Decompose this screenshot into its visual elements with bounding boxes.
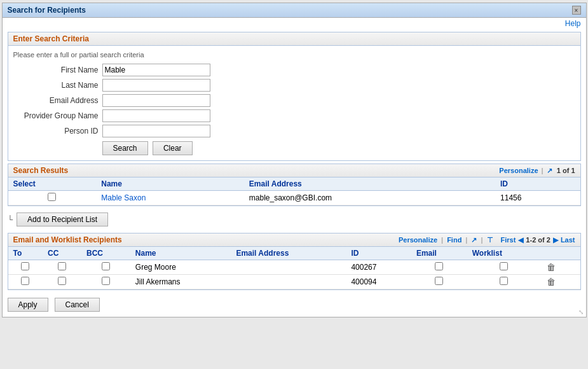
- recipients-first-link[interactable]: First: [501, 236, 516, 244]
- col-to: To: [8, 247, 43, 260]
- next-icon[interactable]: ▶: [553, 236, 558, 244]
- col-name: Name: [130, 247, 231, 260]
- last-name-input[interactable]: [102, 79, 210, 92]
- email-checkbox-1[interactable]: [435, 262, 443, 270]
- provider-group-input[interactable]: [102, 109, 210, 122]
- email-row: Email Address: [13, 94, 575, 107]
- main-window: Search for Recipients × Help Enter Searc…: [2, 3, 587, 317]
- email-check-cell-1: [411, 260, 467, 275]
- recipients-find-link[interactable]: Find: [447, 236, 462, 244]
- clear-button[interactable]: Clear: [153, 141, 193, 155]
- row-select-cell: [8, 191, 97, 205]
- bcc-checkbox-2[interactable]: [102, 277, 110, 285]
- search-criteria-section: Enter Search Criteria Please enter a ful…: [8, 32, 581, 161]
- delete-cell-1: 🗑: [540, 260, 580, 275]
- window-title: Search for Recipients: [8, 6, 86, 15]
- bcc-checkbox-1[interactable]: [102, 262, 110, 270]
- search-results-table: Select Name Email Address ID Mable Saxon…: [8, 178, 580, 205]
- col-delete: [540, 247, 580, 260]
- recipients-table: To CC BCC Name Email Address ID Email Wo…: [8, 247, 580, 289]
- search-criteria-content: Please enter a full or partial search cr…: [8, 46, 580, 160]
- table-row: Jill Akermans 400094 🗑: [8, 275, 580, 289]
- indent-arrow: └: [8, 215, 13, 224]
- recipients-grid-icon[interactable]: ⊤: [487, 236, 493, 244]
- col-name: Name: [96, 178, 244, 191]
- email-cell-1: [231, 260, 346, 275]
- col-cc: CC: [43, 247, 81, 260]
- col-email-address: Email Address: [231, 247, 346, 260]
- cancel-button[interactable]: Cancel: [55, 298, 100, 312]
- recipients-section: Email and Worklist Recipients Personaliz…: [8, 233, 581, 290]
- to-cell-2: [8, 275, 43, 289]
- results-header-row: Select Name Email Address ID: [8, 178, 580, 191]
- recipients-nav: Personalize | Find | ↗ | ⊤ First ◀ 1-2 o…: [399, 236, 575, 244]
- bcc-cell-2: [81, 275, 130, 289]
- worklist-cell-2: [467, 275, 540, 289]
- col-id: ID: [495, 178, 580, 191]
- last-name-label: Last Name: [13, 81, 102, 90]
- recipients-header: Email and Worklist Recipients Personaliz…: [8, 233, 580, 247]
- prev-icon[interactable]: ◀: [518, 236, 523, 244]
- person-id-input[interactable]: [102, 125, 210, 137]
- name-cell-2: Jill Akermans: [130, 275, 231, 289]
- to-checkbox-1[interactable]: [21, 262, 29, 270]
- col-email: Email Address: [244, 178, 495, 191]
- close-button[interactable]: ×: [572, 6, 581, 15]
- row-select-checkbox[interactable]: [48, 193, 56, 201]
- row-name-cell: Mable Saxon: [96, 191, 244, 205]
- email-input[interactable]: [102, 94, 210, 107]
- provider-group-label: Provider Group Name: [13, 111, 102, 120]
- to-checkbox-2[interactable]: [21, 277, 29, 285]
- recipients-personalize-link[interactable]: Personalize: [399, 236, 437, 244]
- search-results-nav: Personalize | ↗ 1 of 1: [499, 167, 575, 175]
- search-results-header: Search Results Personalize | ↗ 1 of 1: [8, 164, 580, 178]
- recipients-last-link[interactable]: Last: [561, 236, 575, 244]
- cc-cell-1: [43, 260, 81, 275]
- id-cell-1: 400267: [346, 260, 411, 275]
- personalize-link[interactable]: Personalize: [499, 167, 538, 174]
- col-email: Email: [411, 247, 467, 260]
- email-label: Email Address: [13, 96, 102, 105]
- recipients-expand-icon[interactable]: ↗: [471, 236, 477, 244]
- worklist-checkbox-1[interactable]: [500, 262, 508, 270]
- bcc-cell-1: [81, 260, 130, 275]
- resize-handle[interactable]: ⤡: [578, 309, 584, 316]
- cc-checkbox-2[interactable]: [58, 277, 66, 285]
- cc-checkbox-1[interactable]: [58, 262, 66, 270]
- delete-button-1[interactable]: 🗑: [545, 262, 557, 272]
- col-worklist: Worklist: [467, 247, 540, 260]
- search-button[interactable]: Search: [102, 141, 148, 155]
- apply-button[interactable]: Apply: [8, 298, 48, 312]
- table-row: Mable Saxon mable_saxon@GBI.com 11456: [8, 191, 580, 205]
- bottom-buttons: Apply Cancel: [3, 293, 586, 317]
- search-criteria-header: Enter Search Criteria: [8, 32, 580, 46]
- name-cell-1: Greg Moore: [130, 260, 231, 275]
- cc-cell-2: [43, 275, 81, 289]
- expand-icon[interactable]: ↗: [547, 167, 552, 174]
- recipients-title: Email and Worklist Recipients: [13, 235, 122, 244]
- help-link[interactable]: Help: [3, 18, 586, 29]
- delete-cell-2: 🗑: [540, 275, 580, 289]
- last-name-row: Last Name: [13, 79, 575, 92]
- result-name-link[interactable]: Mable Saxon: [101, 193, 146, 202]
- pagination-info: 1-2 of 2: [526, 236, 550, 244]
- search-results-section: Search Results Personalize | ↗ 1 of 1 Se…: [8, 164, 581, 206]
- provider-group-row: Provider Group Name: [13, 109, 575, 122]
- col-bcc: BCC: [81, 247, 130, 260]
- table-row: Greg Moore 400267 🗑: [8, 260, 580, 275]
- worklist-cell-1: [467, 260, 540, 275]
- delete-button-2[interactable]: 🗑: [545, 277, 557, 287]
- col-id: ID: [346, 247, 411, 260]
- email-checkbox-2[interactable]: [435, 277, 443, 285]
- person-id-label: Person ID: [13, 127, 102, 136]
- add-to-recipient-button[interactable]: Add to Recipient List: [17, 212, 108, 226]
- title-bar: Search for Recipients ×: [3, 3, 586, 18]
- email-check-cell-2: [411, 275, 467, 289]
- first-name-input[interactable]: [102, 64, 210, 76]
- col-select: Select: [8, 178, 97, 191]
- first-name-row: First Name: [13, 64, 575, 76]
- add-recipient-row: └ Add to Recipient List: [3, 209, 586, 230]
- search-results-title: Search Results: [13, 166, 69, 175]
- row-id-cell: 11456: [495, 191, 580, 205]
- worklist-checkbox-2[interactable]: [500, 277, 508, 285]
